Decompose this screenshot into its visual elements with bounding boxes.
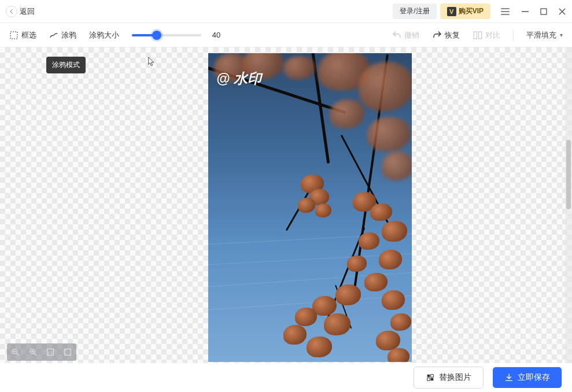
hamburger-menu-icon[interactable] [501, 8, 510, 15]
scribble-tool[interactable]: 涂鸦 [49, 30, 76, 40]
redo-button[interactable]: 恢复 [432, 30, 460, 40]
scribble-icon [49, 31, 58, 40]
actual-size-icon[interactable]: 1:1 [44, 346, 57, 358]
download-icon [504, 373, 514, 382]
vertical-scrollbar[interactable] [565, 47, 572, 363]
chevron-down-icon: ▾ [560, 32, 563, 38]
window-controls [521, 8, 566, 16]
scribble-size-label: 涂鸦大小 [89, 30, 119, 40]
edited-image[interactable]: @ 水印 [208, 53, 412, 362]
undo-icon [392, 30, 402, 40]
svg-rect-5 [474, 32, 477, 39]
fill-mode-dropdown[interactable]: 平滑填充 ▾ [526, 30, 563, 40]
box-select-tool[interactable]: 框选 [9, 30, 36, 40]
compare-button: 对比 [473, 30, 500, 40]
box-select-icon [9, 31, 19, 40]
close-icon[interactable] [558, 8, 566, 16]
save-now-button[interactable]: 立即保存 [493, 367, 562, 388]
scribble-size-slider[interactable] [132, 34, 201, 36]
login-register-button[interactable]: 登录/注册 [393, 3, 436, 19]
svg-rect-4 [10, 32, 17, 39]
maximize-icon[interactable] [540, 8, 548, 16]
replace-icon [426, 373, 435, 382]
redo-icon [432, 30, 442, 40]
back-label: 返回 [20, 6, 35, 17]
footer: 替换图片 立即保存 [414, 363, 572, 392]
buy-vip-button[interactable]: V 购买VIP [440, 3, 490, 19]
vip-v-icon: V [447, 7, 456, 16]
fit-screen-icon[interactable] [61, 346, 74, 358]
zoom-tray: 1:1 [7, 343, 76, 361]
svg-text:1:1: 1:1 [48, 351, 53, 354]
svg-rect-1 [541, 9, 547, 14]
compare-icon [473, 30, 483, 40]
toolbar-divider [513, 29, 514, 41]
undo-button: 撤销 [392, 30, 419, 40]
cursor-icon [148, 57, 156, 68]
scribble-size-value: 40 [209, 31, 223, 39]
svg-rect-6 [479, 32, 482, 39]
canvas-area[interactable]: 涂鸦模式 [0, 47, 572, 363]
scribble-size-control: 40 [132, 31, 223, 39]
scrollbar-thumb[interactable] [566, 140, 571, 209]
zoom-out-icon[interactable] [9, 346, 22, 358]
toolbar: 框选 涂鸦 涂鸦大小 40 撤销 恢复 对比 平滑填充 ▾ [0, 23, 572, 47]
scribble-mode-tooltip: 涂鸦模式 [46, 57, 86, 73]
titlebar: 返回 登录/注册 V 购买VIP [0, 0, 572, 23]
zoom-in-icon[interactable] [27, 346, 39, 358]
slider-thumb[interactable] [152, 31, 161, 40]
svg-line-13 [34, 353, 36, 355]
watermark-text: @ 水印 [216, 69, 261, 88]
svg-line-9 [17, 353, 19, 355]
back-button[interactable]: 返回 [6, 6, 35, 17]
minimize-icon[interactable] [521, 8, 529, 16]
replace-image-button[interactable]: 替换图片 [414, 367, 484, 389]
back-arrow-icon [6, 6, 17, 17]
